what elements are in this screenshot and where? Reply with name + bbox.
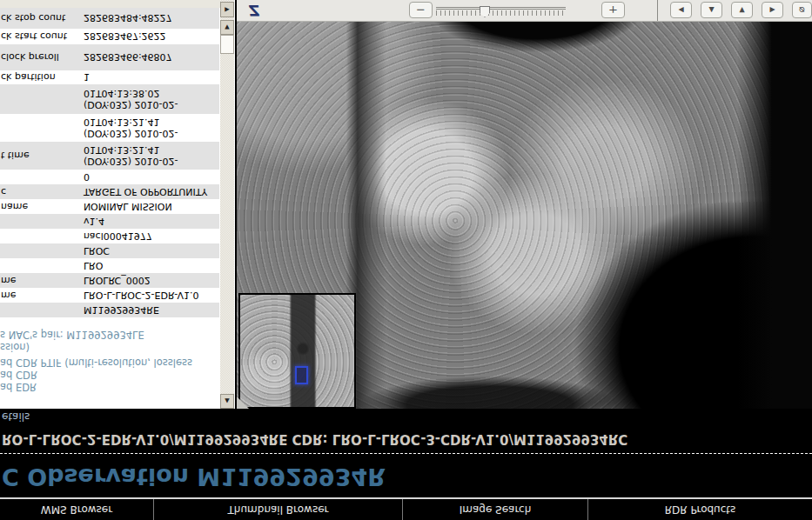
image-viewer: Z − + ◀ ▲ ▼ ▶ ⌀ xyxy=(235,0,812,409)
table-row-product-id: M119929934RE xyxy=(0,303,219,317)
product-id-subtitle: RO-L-LROC-2-EDR-V1.0/M119929934RE CDR: L… xyxy=(2,431,627,447)
toolbar-separator xyxy=(657,0,658,21)
table-row-product-version: v1.4 xyxy=(0,214,219,229)
scrollbar-thumb[interactable] xyxy=(220,35,234,54)
download-nac-pair-link[interactable]: s NAC's pair: M119929934LE xyxy=(0,329,219,341)
zoom-slider[interactable] xyxy=(436,5,566,16)
table-row-original-product-id: nacl00041977 xyxy=(0,229,219,243)
table-row-volume-name: meLROLRC_0002 xyxy=(0,273,219,288)
scroll-down-button[interactable]: ▼ xyxy=(220,20,234,35)
down-arrow-icon: ▼ xyxy=(739,6,744,14)
table-row-clock-partition: ck partition1 xyxy=(0,70,219,84)
nav-tabbar: WMS Browser Thumbnail Browser Image Sear… xyxy=(0,499,812,520)
viewer-toolbar: Z − + ◀ ▲ ▼ ▶ ⌀ xyxy=(237,0,812,22)
view-indicator[interactable] xyxy=(295,366,308,384)
table-row-mission-phase: nameNOMINAL MISSION xyxy=(0,199,219,214)
table-row-start-time: (DOY:032) 2010-02- 01T04:13:21.41 xyxy=(0,114,219,142)
download-links: ad EDR ad CDR ad CDR PTIF (multi-resolut… xyxy=(0,329,219,395)
navigator-thumbnail[interactable] xyxy=(238,293,356,409)
table-row-instrument: LROC xyxy=(0,243,219,258)
pan-left-button[interactable]: ◀ xyxy=(670,2,692,18)
download-cdr-ptif-link-wrap[interactable]: ssion) xyxy=(0,341,219,353)
table-row-instrument-host: LRO xyxy=(0,258,219,273)
minus-icon: − xyxy=(416,3,426,17)
metadata-table: M119929934RE meLRO-L-LROC-2-EDR-V1.0 meL… xyxy=(0,8,219,317)
table-row-stop-time: (DOY:032) 2010-02- 01T04:13:38.02 xyxy=(0,84,219,114)
table-row-clock-preroll-count: clock preroll282683466:46807 xyxy=(0,44,219,70)
page-title: C Observation M119929934R xyxy=(2,463,386,490)
up-arrow-icon: ▲ xyxy=(225,398,229,405)
table-row-clock-stop-count: ck stop count282683484:48227 xyxy=(0,8,219,29)
tab-rdr-products[interactable]: RDR Products xyxy=(588,499,812,520)
pan-down-button[interactable]: ▼ xyxy=(731,2,753,18)
down-arrow-icon: ▼ xyxy=(225,24,229,31)
scroll-right-corner-button[interactable]: ▶ xyxy=(220,2,234,17)
table-row-clock-start-count: ck start count282683467:2622 xyxy=(0,29,219,44)
slider-handle[interactable] xyxy=(480,6,490,17)
right-arrow-icon: ▶ xyxy=(769,6,775,14)
reset-view-button[interactable]: ⌀ xyxy=(792,2,812,18)
pan-right-button[interactable]: ▶ xyxy=(762,2,783,18)
scroll-up-button[interactable]: ▲ xyxy=(220,394,234,409)
pan-up-button[interactable]: ▲ xyxy=(701,2,722,18)
plus-icon: + xyxy=(608,3,618,17)
details-panel: ad EDR ad CDR ad CDR PTIF (multi-resolut… xyxy=(0,0,235,409)
zoom-in-button[interactable]: + xyxy=(601,2,625,18)
dashed-divider xyxy=(0,453,812,454)
table-row-preroll-start-time: t time(DOY:032) 2010-02- 01T04:13:21.41 xyxy=(0,142,219,170)
slider-ticks xyxy=(436,10,566,16)
download-edr-link[interactable]: ad EDR xyxy=(0,381,219,393)
right-arrow-icon: ▶ xyxy=(225,6,229,13)
reset-icon: ⌀ xyxy=(799,4,805,16)
flipped-screenshot-stage: WMS Browser Thumbnail Browser Image Sear… xyxy=(0,0,812,520)
up-arrow-icon: ▲ xyxy=(708,6,714,14)
slider-track xyxy=(436,7,566,10)
tab-wms-browser[interactable]: WMS Browser xyxy=(0,499,154,520)
panel-vertical-scrollbar[interactable]: ▲ ▼ ▶ xyxy=(220,0,234,409)
zoom-out-button[interactable]: − xyxy=(409,2,433,18)
tab-thumbnail-browser[interactable]: Thumbnail Browser xyxy=(154,499,403,520)
panel-horizontal-scrollbar[interactable] xyxy=(0,0,220,8)
tabbar-divider xyxy=(0,497,812,499)
site-header: WMS Browser Thumbnail Browser Image Sear… xyxy=(0,409,812,520)
table-row-data-quality: 0 xyxy=(0,170,219,184)
navigator-toggle-icon[interactable] xyxy=(237,397,249,409)
table-row-rationale: cTARGET OF OPPORTUNITY xyxy=(0,184,219,199)
details-section-label: etails xyxy=(2,410,30,423)
download-cdr-ptif-link[interactable]: ad CDR PTIF (multi-resolution, lossless xyxy=(0,357,219,369)
table-row-data-set-name: meLRO-L-LROC-2-EDR-V1.0 xyxy=(0,288,219,303)
left-arrow-icon: ◀ xyxy=(678,6,683,14)
zoomify-logo-icon: Z xyxy=(245,2,264,19)
download-cdr-link[interactable]: ad CDR xyxy=(0,369,219,381)
tab-image-search[interactable]: Image Search xyxy=(403,499,588,520)
